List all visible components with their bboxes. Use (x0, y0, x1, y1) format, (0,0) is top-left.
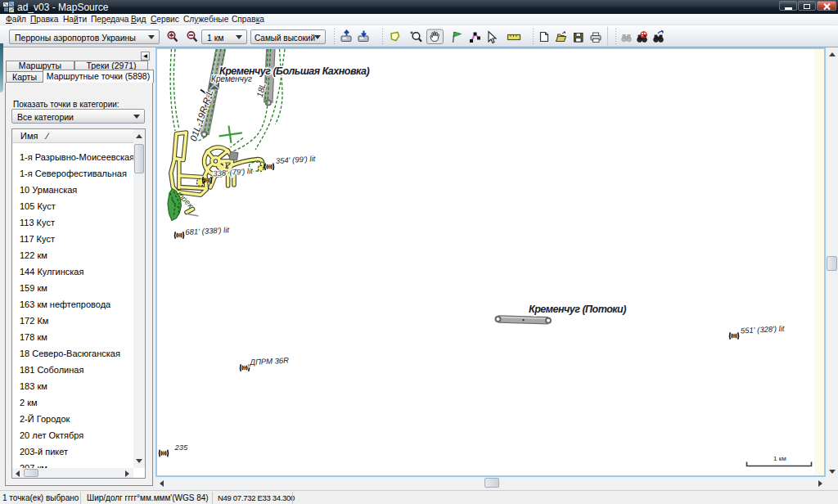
svg-text:Кременчуг (Потоки): Кременчуг (Потоки) (529, 304, 626, 315)
svg-text:681' (338') lit: 681' (338') lit (185, 225, 230, 236)
svg-text:Кременчуг: Кременчуг (211, 74, 252, 83)
svg-text:235: 235 (174, 443, 189, 452)
svg-text:ДПРМ 36R: ДПРМ 36R (249, 356, 289, 367)
svg-text:551' (328') lit: 551' (328') lit (741, 324, 786, 335)
svg-text:338' (79') lit: 338' (79') lit (213, 166, 254, 178)
svg-text:354' (99') lit: 354' (99') lit (275, 154, 315, 165)
svg-text:1 км: 1 км (773, 455, 786, 462)
